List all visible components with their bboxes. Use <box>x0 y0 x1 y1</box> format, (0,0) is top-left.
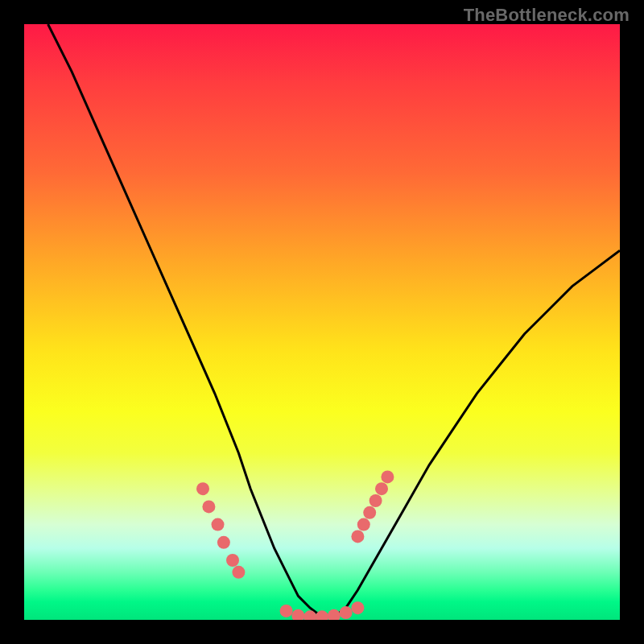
curve-marker <box>369 494 382 507</box>
curve-svg <box>24 24 620 620</box>
curve-marker <box>232 566 245 579</box>
curve-marker <box>202 500 215 513</box>
curve-marker <box>217 536 230 549</box>
curve-marker <box>340 606 353 619</box>
curve-markers <box>196 470 394 620</box>
curve-marker <box>351 601 364 614</box>
curve-marker <box>196 482 209 495</box>
curve-marker <box>363 506 376 519</box>
plot-area <box>24 24 620 620</box>
curve-marker <box>316 610 328 620</box>
curve-marker <box>375 482 388 495</box>
curve-marker <box>328 609 341 620</box>
chart-frame: TheBottleneck.com <box>0 0 644 644</box>
curve-marker <box>291 609 304 620</box>
bottleneck-curve <box>48 24 620 617</box>
attribution-label: TheBottleneck.com <box>464 5 630 26</box>
curve-marker <box>280 605 293 617</box>
curve-marker <box>212 518 225 531</box>
curve-marker <box>357 518 370 531</box>
curve-marker <box>226 554 239 567</box>
curve-marker <box>381 470 394 483</box>
curve-marker <box>351 530 364 543</box>
